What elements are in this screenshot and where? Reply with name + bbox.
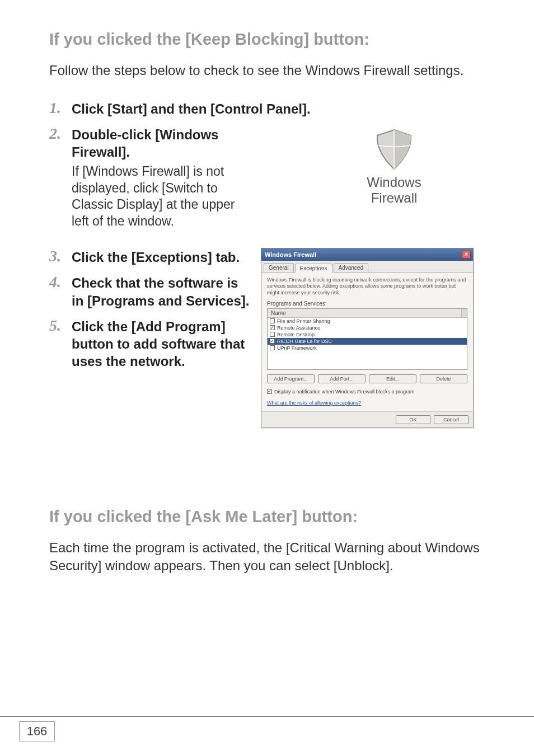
section-desc-ask-me-later: Each time the program is activated, the … xyxy=(49,539,494,575)
add-port-button[interactable]: Add Port... xyxy=(318,374,366,383)
list-item[interactable]: ✓ RICOH Gate La for DSC xyxy=(268,338,467,345)
checkbox-icon[interactable] xyxy=(270,318,275,323)
step-number: 2. xyxy=(49,125,72,143)
list-item-label: Remote Assistance xyxy=(277,325,320,331)
list-item[interactable]: ✓ Remote Assistance xyxy=(268,325,467,331)
page-number: 166 xyxy=(19,721,55,741)
list-item[interactable]: UPnP Framework xyxy=(268,345,467,351)
programs-services-list[interactable]: Name File and Printer Sharing ✓ Remote A… xyxy=(267,308,467,370)
step-title: Check that the software is in [Programs … xyxy=(72,274,251,309)
checkbox-icon[interactable]: ✓ xyxy=(267,389,272,394)
step-title: Click the [Exceptions] tab. xyxy=(72,248,251,266)
step-5: 5. Click the [Add Program] button to add… xyxy=(49,317,251,370)
step-title: Click [Start] and then [Control Panel]. xyxy=(72,100,494,118)
ok-button[interactable]: OK xyxy=(396,415,430,424)
programs-services-label: Programs and Services: xyxy=(267,300,467,307)
footer-divider xyxy=(0,716,534,717)
windows-firewall-dialog: Windows Firewall × General Exceptions Ad… xyxy=(261,248,474,428)
checkbox-icon[interactable]: ✓ xyxy=(270,339,275,344)
list-scroll-indicator xyxy=(461,309,467,317)
step-title: Double-click [Windows Firewall]. xyxy=(72,126,251,161)
tab-advanced[interactable]: Advanced xyxy=(334,263,368,272)
tab-general[interactable]: General xyxy=(264,263,294,272)
list-item-label: RICOH Gate La for DSC xyxy=(277,339,332,344)
section-heading-ask-me-later: If you clicked the [Ask Me Later] button… xyxy=(49,506,494,528)
step-3: 3. Click the [Exceptions] tab. xyxy=(49,248,251,266)
tab-exceptions[interactable]: Exceptions xyxy=(295,264,332,273)
step-4: 4. Check that the software is in [Progra… xyxy=(49,274,251,309)
step-title: Click the [Add Program] button to add so… xyxy=(72,318,251,370)
list-item[interactable]: File and Printer Sharing xyxy=(268,318,467,325)
step-1: 1. Click [Start] and then [Control Panel… xyxy=(49,100,494,118)
list-item[interactable]: Remote Desktop xyxy=(268,331,467,338)
windows-firewall-shield-icon xyxy=(371,128,418,171)
step-number: 3. xyxy=(49,248,72,265)
section-heading-keep-blocking: If you clicked the [Keep Blocking] butto… xyxy=(49,29,494,50)
step-2: 2. Double-click [Windows Firewall]. If [… xyxy=(49,125,251,230)
step-number: 1. xyxy=(49,100,72,117)
checkbox-icon[interactable]: ✓ xyxy=(270,325,275,330)
close-icon[interactable]: × xyxy=(462,251,471,259)
checkbox-icon[interactable] xyxy=(270,345,275,350)
list-item-label: Remote Desktop xyxy=(277,332,315,337)
list-item-label: File and Printer Sharing xyxy=(277,318,330,324)
add-program-button[interactable]: Add Program... xyxy=(267,374,315,383)
step-note: If [Windows Firewall] is not displayed, … xyxy=(72,163,251,231)
cancel-button[interactable]: Cancel xyxy=(434,415,469,424)
delete-button[interactable]: Delete xyxy=(420,374,467,383)
dialog-description: Windows Firewall is blocking incoming ne… xyxy=(267,277,467,296)
dialog-title: Windows Firewall xyxy=(265,251,316,258)
edit-button[interactable]: Edit... xyxy=(369,374,416,383)
section-desc-keep-blocking: Follow the steps below to check to see t… xyxy=(49,62,494,79)
windows-firewall-caption: Windows Firewall xyxy=(367,175,421,205)
list-item-label: UPnP Framework xyxy=(277,345,317,351)
checkbox-icon[interactable] xyxy=(270,332,275,337)
step-number: 5. xyxy=(49,317,72,335)
list-header-name: Name xyxy=(271,310,286,316)
notify-label: Display a notification when Windows Fire… xyxy=(274,389,415,395)
step-number: 4. xyxy=(49,274,72,291)
risks-link[interactable]: What are the risks of allowing exception… xyxy=(267,400,467,406)
